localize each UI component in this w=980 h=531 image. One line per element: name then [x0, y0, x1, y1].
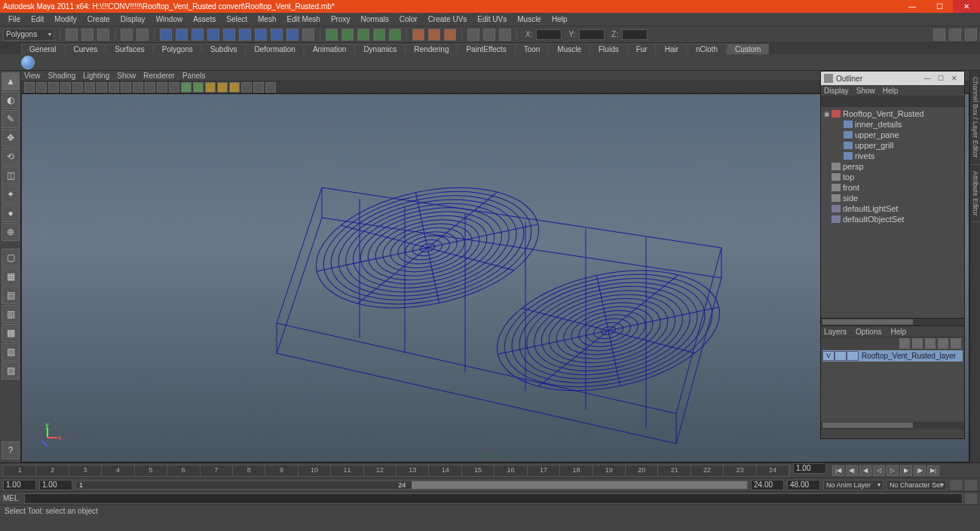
outliner-titlebar[interactable]: Outliner — ☐ ✕	[821, 72, 964, 85]
viewmenu-renderer[interactable]: Renderer	[143, 72, 175, 80]
viewmenu-panels[interactable]: Panels	[182, 72, 206, 80]
vicon-16[interactable]	[205, 82, 216, 93]
history-icon[interactable]	[412, 29, 424, 41]
coord-z-input[interactable]	[622, 29, 648, 40]
playback-end-field[interactable]: 24.00	[751, 480, 784, 490]
selmask-icon-5[interactable]	[223, 29, 235, 41]
anim-start-field[interactable]: 1.00	[3, 480, 36, 490]
layout-single[interactable]: ▢	[2, 249, 20, 267]
viewmenu-lighting[interactable]: Lighting	[83, 72, 109, 80]
outliner-menu-help[interactable]: Help	[883, 87, 899, 95]
vicon-14[interactable]	[181, 82, 191, 93]
selmask-icon-2[interactable]	[176, 29, 188, 41]
selmask-icon-4[interactable]	[207, 29, 219, 41]
vicon-8[interactable]	[109, 82, 119, 93]
menu-edituvs[interactable]: Edit UVs	[472, 14, 512, 25]
layout-custom1[interactable]: ▧	[2, 343, 20, 361]
snap-point-icon[interactable]	[357, 29, 369, 41]
vicon-3[interactable]	[48, 82, 59, 93]
tab-deformation[interactable]: Deformation	[246, 44, 303, 54]
outliner-node[interactable]: front	[821, 182, 964, 193]
range-track[interactable]: 1 24	[75, 481, 748, 490]
tab-polygons[interactable]: Polygons	[154, 44, 201, 54]
universal-manip-tool[interactable]: ✦	[2, 185, 20, 203]
lasso-tool[interactable]: ◐	[2, 91, 20, 109]
layer-color[interactable]	[847, 351, 859, 361]
layout-icon-1[interactable]	[933, 29, 945, 41]
outliner-menu-display[interactable]: Display	[824, 87, 849, 95]
outliner-node[interactable]: side	[821, 193, 964, 203]
menu-modify[interactable]: Modify	[49, 14, 81, 25]
layer-icon-3[interactable]	[925, 338, 936, 349]
layout-two-v[interactable]: ▥	[2, 305, 20, 323]
menu-create[interactable]: Create	[82, 14, 115, 25]
vicon-15[interactable]	[193, 82, 204, 93]
layers-menu-help[interactable]: Help	[890, 328, 906, 336]
outliner-node[interactable]: top	[821, 172, 964, 182]
minimize-button[interactable]: —	[899, 0, 926, 13]
menu-proxy[interactable]: Proxy	[326, 14, 356, 25]
tab-channelbox[interactable]: Channel Box / Layer Editor	[971, 71, 980, 165]
tab-hair[interactable]: Hair	[657, 44, 687, 54]
menu-file[interactable]: File	[3, 14, 26, 25]
tab-attreditor[interactable]: Attribute Editor	[971, 165, 980, 223]
layers-menu-options[interactable]: Options	[856, 328, 881, 336]
tab-ncloth[interactable]: nCloth	[688, 44, 726, 54]
snap-plane-icon[interactable]	[373, 29, 385, 41]
outliner-node[interactable]: rivets	[821, 151, 964, 161]
render-settings-icon[interactable]	[499, 29, 511, 41]
vicon-19[interactable]	[241, 82, 252, 93]
time-track[interactable]: 1 2 3 4 5 6 7 8 9 10 11 12 13 14 15 16 1…	[3, 465, 790, 477]
selmask-icon-6[interactable]	[239, 29, 251, 41]
selmask-icon-9[interactable]	[286, 29, 299, 41]
layer-icon-4[interactable]	[938, 338, 948, 349]
redo-icon[interactable]	[136, 29, 149, 41]
vicon-1[interactable]	[24, 82, 35, 93]
outliner-node[interactable]: defaultObjectSet	[821, 214, 964, 224]
vicon-11[interactable]	[145, 82, 155, 93]
layout-custom2[interactable]: ▨	[2, 362, 20, 380]
layer-template[interactable]	[835, 351, 847, 361]
layout-two-h[interactable]: ▤	[2, 286, 20, 304]
tab-dynamics[interactable]: Dynamics	[355, 44, 405, 54]
menu-mesh[interactable]: Mesh	[253, 14, 281, 25]
play-fwd-button[interactable]: ▷	[887, 465, 899, 476]
anim-end-field[interactable]: 48.00	[787, 480, 820, 490]
menu-color[interactable]: Color	[394, 14, 423, 25]
tab-subdivs[interactable]: Subdivs	[202, 44, 246, 54]
history-icon-2[interactable]	[428, 29, 440, 41]
selmask-help-icon[interactable]	[302, 29, 314, 41]
soft-mod-tool[interactable]: ●	[2, 204, 20, 222]
tab-general[interactable]: General	[21, 44, 65, 54]
layers-hscrollbar[interactable]	[821, 422, 964, 429]
layer-name[interactable]: Rooftop_Vent_Rusted_layer	[859, 352, 963, 360]
scale-tool[interactable]: ◫	[2, 166, 20, 185]
layout-icon-2[interactable]	[949, 29, 961, 41]
layer-vis[interactable]: V	[822, 351, 835, 361]
paint-select-tool[interactable]: ✎	[2, 110, 20, 128]
goto-end-button[interactable]: ▶|	[927, 465, 939, 476]
menu-createuvs[interactable]: Create UVs	[423, 14, 473, 25]
tab-animation[interactable]: Animation	[305, 44, 354, 54]
layer-new-icon[interactable]	[951, 338, 961, 349]
vicon-7[interactable]	[96, 82, 107, 93]
tab-fur[interactable]: Fur	[628, 44, 656, 54]
maximize-button[interactable]: ☐	[926, 0, 953, 13]
step-fwd-key-button[interactable]: |▶	[914, 465, 926, 476]
last-tool[interactable]: ?	[2, 441, 20, 459]
selmask-icon-3[interactable]	[191, 29, 204, 41]
outliner-node[interactable]: persp	[821, 161, 964, 172]
outliner-close[interactable]: ✕	[948, 75, 961, 82]
vicon-4[interactable]	[60, 82, 71, 93]
menu-edit[interactable]: Edit	[26, 14, 49, 25]
vicon-17[interactable]	[217, 82, 228, 93]
mode-dropdown[interactable]: Polygons	[3, 29, 54, 41]
layers-menu-layers[interactable]: Layers	[824, 328, 847, 336]
ipr-icon[interactable]	[483, 29, 495, 41]
coord-y-input[interactable]	[579, 29, 605, 40]
tab-rendering[interactable]: Rendering	[406, 44, 457, 54]
outliner-node[interactable]: upper_grill	[821, 140, 964, 151]
layout-three[interactable]: ▩	[2, 324, 20, 342]
outliner-tree[interactable]: ▣Rooftop_Vent_Rusted inner_details upper…	[821, 107, 964, 318]
menu-help[interactable]: Help	[547, 14, 573, 25]
